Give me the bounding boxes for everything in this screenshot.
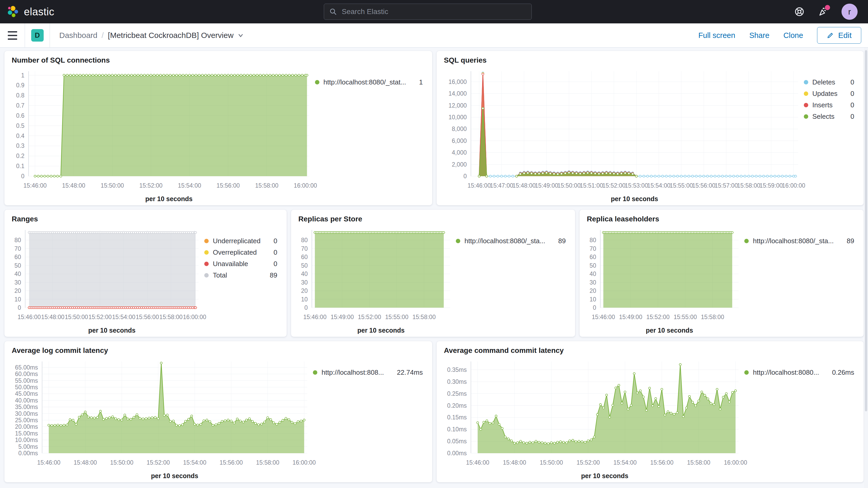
- x-axis-label: 15:51:00: [580, 182, 603, 189]
- clone-button[interactable]: Clone: [783, 31, 803, 40]
- chart-canvas[interactable]: 15:46:0015:47:0015:48:0015:49:0015:50:00…: [440, 67, 802, 203]
- legend-item[interactable]: http://localhost:8080/_stat...1: [315, 77, 423, 88]
- legend-item[interactable]: Selects0: [804, 111, 854, 122]
- y-axis-label: 1: [21, 72, 24, 79]
- legend-item[interactable]: Underreplicated0: [204, 235, 277, 247]
- data-point: [185, 420, 187, 422]
- chart-canvas[interactable]: 15:46:0015:48:0015:50:0015:52:0015:54:00…: [440, 358, 743, 480]
- dashboard-title-menu[interactable]: [Metricbeat CockroachDB] Overview: [108, 31, 244, 40]
- data-point: [781, 175, 783, 177]
- help-button[interactable]: [794, 6, 805, 18]
- x-axis-label: 15:52:00: [147, 459, 170, 466]
- brand[interactable]: elastic: [7, 0, 54, 23]
- data-point: [282, 419, 284, 422]
- user-avatar[interactable]: r: [841, 4, 858, 20]
- chart-ranges[interactable]: 15:46:0015:48:0015:50:0015:52:0015:54:00…: [7, 226, 203, 335]
- chart-replicas-per-store[interactable]: 15:46:0015:49:0015:52:0015:55:0015:58:00…: [294, 226, 454, 335]
- chart-canvas[interactable]: 15:46:0015:48:0015:50:0015:52:0015:54:00…: [7, 358, 311, 480]
- data-point: [516, 175, 518, 177]
- legend-item[interactable]: Total89: [204, 270, 277, 281]
- data-point: [606, 394, 608, 396]
- breadcrumb-dashboard[interactable]: Dashboard: [59, 31, 97, 40]
- edit-button[interactable]: Edit: [817, 27, 861, 44]
- x-axis-label: 15:52:00: [358, 314, 381, 321]
- panel-title: Ranges: [4, 210, 287, 223]
- data-point: [179, 74, 181, 77]
- data-point: [242, 421, 244, 423]
- x-axis-label: 15:58:00: [687, 459, 711, 466]
- data-point: [601, 173, 604, 175]
- legend-item[interactable]: Unavailable0: [204, 258, 277, 270]
- notification-badge: [825, 5, 830, 10]
- panel-title: Replicas per Store: [291, 210, 575, 223]
- legend-item[interactable]: Inserts0: [804, 99, 854, 111]
- toolbar-actions: Full screen Share Clone Edit: [698, 27, 868, 44]
- data-point: [612, 404, 614, 406]
- data-point: [57, 175, 59, 177]
- chart-canvas[interactable]: 15:46:0015:48:0015:50:0015:52:0015:54:00…: [7, 67, 313, 203]
- newsfeed-button[interactable]: [817, 6, 829, 18]
- chart-canvas[interactable]: 15:46:0015:49:0015:52:0015:55:0015:58:00…: [583, 226, 743, 335]
- chart-command-commit-latency[interactable]: 15:46:0015:48:0015:50:0015:52:0015:54:00…: [440, 358, 743, 480]
- data-point: [160, 362, 162, 364]
- legend-dot-icon: [456, 239, 460, 243]
- y-axis-label: 0.8: [16, 92, 24, 99]
- legend-item[interactable]: http://localhost:8080/_sta...89: [744, 235, 854, 247]
- x-axis-label: 15:50:00: [100, 182, 124, 189]
- legend-label: Underreplicated: [213, 237, 261, 245]
- data-point: [276, 74, 278, 77]
- legend-item[interactable]: Overreplicated0: [204, 247, 277, 258]
- data-point: [691, 401, 693, 403]
- data-point: [609, 416, 611, 418]
- data-point: [658, 405, 660, 407]
- chart-canvas[interactable]: 15:46:0015:48:0015:50:0015:52:0015:54:00…: [7, 226, 203, 335]
- chart-replica-leaseholders[interactable]: 15:46:0015:49:0015:52:0015:55:0015:58:00…: [583, 226, 743, 335]
- data-point: [551, 442, 553, 444]
- legend-dot-icon: [804, 80, 808, 85]
- area-fill: [478, 365, 736, 453]
- data-point: [57, 424, 59, 426]
- x-axis-label: 15:46:00: [466, 459, 489, 466]
- full-screen-button[interactable]: Full screen: [698, 31, 735, 40]
- y-axis-label: 20: [301, 287, 308, 294]
- data-point: [221, 421, 223, 423]
- data-point: [79, 74, 81, 77]
- data-point: [602, 407, 604, 409]
- legend-item[interactable]: http://localhost:8080...0.26ms: [744, 367, 854, 378]
- legend-item[interactable]: Updates0: [804, 88, 854, 99]
- scrollbar-thumb[interactable]: [865, 50, 867, 411]
- data-point: [667, 411, 669, 413]
- y-axis-label: 55.00ms: [15, 377, 38, 384]
- series-command-commit-latency: [476, 364, 737, 453]
- legend-item[interactable]: Deletes0: [804, 77, 854, 88]
- chart-canvas[interactable]: 15:46:0015:49:0015:52:0015:55:0015:58:00…: [294, 226, 454, 335]
- legend-item[interactable]: http://localhost:808...22.74ms: [313, 367, 423, 378]
- global-search[interactable]: [324, 4, 532, 20]
- data-point: [115, 418, 117, 420]
- chart-log-commit-latency[interactable]: 15:46:0015:48:0015:50:0015:52:0015:54:00…: [7, 358, 311, 480]
- x-axis-label: 15:50:00: [110, 459, 133, 466]
- search-input[interactable]: [341, 7, 526, 16]
- data-point: [774, 175, 776, 177]
- data-point: [51, 424, 53, 426]
- data-point: [489, 175, 491, 177]
- share-button[interactable]: Share: [749, 31, 769, 40]
- y-axis-label: 80: [14, 237, 21, 243]
- data-point: [181, 424, 184, 426]
- dashboard-app-badge[interactable]: D: [31, 29, 44, 41]
- x-axis-label: 15:58:00: [256, 459, 279, 466]
- data-point: [564, 172, 566, 174]
- data-point: [262, 74, 265, 77]
- x-axis-label: 15:48:00: [62, 182, 86, 189]
- data-point: [649, 387, 651, 389]
- chart-sql-queries[interactable]: 15:46:0015:47:0015:48:0015:49:0015:50:00…: [440, 67, 802, 203]
- data-point: [620, 173, 622, 175]
- chart-sql-connections[interactable]: 15:46:0015:48:0015:50:0015:52:0015:54:00…: [7, 67, 313, 203]
- data-point: [224, 74, 226, 77]
- data-point: [108, 74, 110, 77]
- data-point: [517, 442, 519, 444]
- menu-button[interactable]: [0, 23, 25, 48]
- legend-item[interactable]: http://localhost:8080/_sta...89: [456, 235, 566, 247]
- data-point: [713, 403, 715, 406]
- data-point: [127, 74, 129, 77]
